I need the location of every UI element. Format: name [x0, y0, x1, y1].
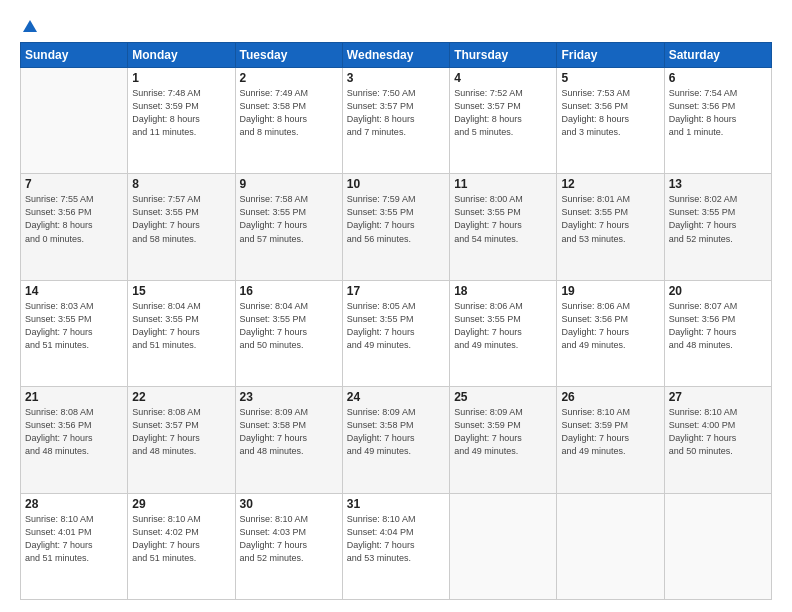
day-info: Sunrise: 7:48 AM Sunset: 3:59 PM Dayligh… [132, 87, 230, 139]
day-number: 3 [347, 71, 445, 85]
day-info: Sunrise: 8:05 AM Sunset: 3:55 PM Dayligh… [347, 300, 445, 352]
day-info: Sunrise: 8:09 AM Sunset: 3:59 PM Dayligh… [454, 406, 552, 458]
day-info: Sunrise: 7:52 AM Sunset: 3:57 PM Dayligh… [454, 87, 552, 139]
day-info: Sunrise: 8:06 AM Sunset: 3:55 PM Dayligh… [454, 300, 552, 352]
calendar-week-row: 21Sunrise: 8:08 AM Sunset: 3:56 PM Dayli… [21, 387, 772, 493]
day-number: 20 [669, 284, 767, 298]
day-number: 15 [132, 284, 230, 298]
calendar-day-20: 20Sunrise: 8:07 AM Sunset: 3:56 PM Dayli… [664, 280, 771, 386]
calendar-day-26: 26Sunrise: 8:10 AM Sunset: 3:59 PM Dayli… [557, 387, 664, 493]
day-number: 30 [240, 497, 338, 511]
day-number: 4 [454, 71, 552, 85]
svg-marker-0 [23, 20, 37, 32]
day-number: 9 [240, 177, 338, 191]
day-header-sunday: Sunday [21, 43, 128, 68]
day-info: Sunrise: 8:08 AM Sunset: 3:56 PM Dayligh… [25, 406, 123, 458]
day-info: Sunrise: 8:02 AM Sunset: 3:55 PM Dayligh… [669, 193, 767, 245]
day-number: 17 [347, 284, 445, 298]
calendar-day-13: 13Sunrise: 8:02 AM Sunset: 3:55 PM Dayli… [664, 174, 771, 280]
day-number: 31 [347, 497, 445, 511]
calendar-day-21: 21Sunrise: 8:08 AM Sunset: 3:56 PM Dayli… [21, 387, 128, 493]
day-info: Sunrise: 8:10 AM Sunset: 4:03 PM Dayligh… [240, 513, 338, 565]
day-number: 6 [669, 71, 767, 85]
day-info: Sunrise: 8:10 AM Sunset: 4:01 PM Dayligh… [25, 513, 123, 565]
day-info: Sunrise: 8:06 AM Sunset: 3:56 PM Dayligh… [561, 300, 659, 352]
calendar-day-6: 6Sunrise: 7:54 AM Sunset: 3:56 PM Daylig… [664, 68, 771, 174]
day-number: 21 [25, 390, 123, 404]
day-info: Sunrise: 7:59 AM Sunset: 3:55 PM Dayligh… [347, 193, 445, 245]
logo [20, 18, 40, 32]
day-number: 24 [347, 390, 445, 404]
day-number: 22 [132, 390, 230, 404]
calendar-day-17: 17Sunrise: 8:05 AM Sunset: 3:55 PM Dayli… [342, 280, 449, 386]
day-header-saturday: Saturday [664, 43, 771, 68]
day-info: Sunrise: 7:58 AM Sunset: 3:55 PM Dayligh… [240, 193, 338, 245]
calendar-day-28: 28Sunrise: 8:10 AM Sunset: 4:01 PM Dayli… [21, 493, 128, 599]
day-number: 1 [132, 71, 230, 85]
calendar-day-30: 30Sunrise: 8:10 AM Sunset: 4:03 PM Dayli… [235, 493, 342, 599]
logo-icon [21, 18, 39, 36]
day-header-thursday: Thursday [450, 43, 557, 68]
calendar-day-7: 7Sunrise: 7:55 AM Sunset: 3:56 PM Daylig… [21, 174, 128, 280]
page: SundayMondayTuesdayWednesdayThursdayFrid… [0, 0, 792, 612]
day-info: Sunrise: 8:09 AM Sunset: 3:58 PM Dayligh… [240, 406, 338, 458]
day-number: 28 [25, 497, 123, 511]
calendar-day-12: 12Sunrise: 8:01 AM Sunset: 3:55 PM Dayli… [557, 174, 664, 280]
calendar-week-row: 14Sunrise: 8:03 AM Sunset: 3:55 PM Dayli… [21, 280, 772, 386]
day-info: Sunrise: 7:57 AM Sunset: 3:55 PM Dayligh… [132, 193, 230, 245]
calendar-empty-cell [21, 68, 128, 174]
day-info: Sunrise: 8:10 AM Sunset: 4:04 PM Dayligh… [347, 513, 445, 565]
day-info: Sunrise: 8:00 AM Sunset: 3:55 PM Dayligh… [454, 193, 552, 245]
day-info: Sunrise: 8:10 AM Sunset: 4:02 PM Dayligh… [132, 513, 230, 565]
calendar-day-5: 5Sunrise: 7:53 AM Sunset: 3:56 PM Daylig… [557, 68, 664, 174]
day-number: 26 [561, 390, 659, 404]
day-info: Sunrise: 8:04 AM Sunset: 3:55 PM Dayligh… [240, 300, 338, 352]
calendar-day-22: 22Sunrise: 8:08 AM Sunset: 3:57 PM Dayli… [128, 387, 235, 493]
calendar-day-16: 16Sunrise: 8:04 AM Sunset: 3:55 PM Dayli… [235, 280, 342, 386]
day-info: Sunrise: 7:55 AM Sunset: 3:56 PM Dayligh… [25, 193, 123, 245]
calendar-day-31: 31Sunrise: 8:10 AM Sunset: 4:04 PM Dayli… [342, 493, 449, 599]
day-number: 5 [561, 71, 659, 85]
day-number: 7 [25, 177, 123, 191]
day-number: 25 [454, 390, 552, 404]
day-header-tuesday: Tuesday [235, 43, 342, 68]
day-info: Sunrise: 8:03 AM Sunset: 3:55 PM Dayligh… [25, 300, 123, 352]
day-header-friday: Friday [557, 43, 664, 68]
calendar-day-2: 2Sunrise: 7:49 AM Sunset: 3:58 PM Daylig… [235, 68, 342, 174]
day-number: 14 [25, 284, 123, 298]
day-number: 13 [669, 177, 767, 191]
calendar-table: SundayMondayTuesdayWednesdayThursdayFrid… [20, 42, 772, 600]
calendar-day-9: 9Sunrise: 7:58 AM Sunset: 3:55 PM Daylig… [235, 174, 342, 280]
calendar-week-row: 7Sunrise: 7:55 AM Sunset: 3:56 PM Daylig… [21, 174, 772, 280]
day-info: Sunrise: 8:07 AM Sunset: 3:56 PM Dayligh… [669, 300, 767, 352]
header [20, 18, 772, 32]
calendar-day-19: 19Sunrise: 8:06 AM Sunset: 3:56 PM Dayli… [557, 280, 664, 386]
calendar-week-row: 28Sunrise: 8:10 AM Sunset: 4:01 PM Dayli… [21, 493, 772, 599]
day-info: Sunrise: 7:54 AM Sunset: 3:56 PM Dayligh… [669, 87, 767, 139]
calendar-day-27: 27Sunrise: 8:10 AM Sunset: 4:00 PM Dayli… [664, 387, 771, 493]
day-info: Sunrise: 8:08 AM Sunset: 3:57 PM Dayligh… [132, 406, 230, 458]
day-info: Sunrise: 7:49 AM Sunset: 3:58 PM Dayligh… [240, 87, 338, 139]
calendar-header-row: SundayMondayTuesdayWednesdayThursdayFrid… [21, 43, 772, 68]
calendar-day-3: 3Sunrise: 7:50 AM Sunset: 3:57 PM Daylig… [342, 68, 449, 174]
calendar-day-29: 29Sunrise: 8:10 AM Sunset: 4:02 PM Dayli… [128, 493, 235, 599]
day-number: 10 [347, 177, 445, 191]
day-info: Sunrise: 7:50 AM Sunset: 3:57 PM Dayligh… [347, 87, 445, 139]
calendar-empty-cell [557, 493, 664, 599]
calendar-empty-cell [450, 493, 557, 599]
calendar-day-23: 23Sunrise: 8:09 AM Sunset: 3:58 PM Dayli… [235, 387, 342, 493]
calendar-day-25: 25Sunrise: 8:09 AM Sunset: 3:59 PM Dayli… [450, 387, 557, 493]
day-number: 2 [240, 71, 338, 85]
calendar-day-1: 1Sunrise: 7:48 AM Sunset: 3:59 PM Daylig… [128, 68, 235, 174]
day-header-wednesday: Wednesday [342, 43, 449, 68]
day-info: Sunrise: 7:53 AM Sunset: 3:56 PM Dayligh… [561, 87, 659, 139]
calendar-day-11: 11Sunrise: 8:00 AM Sunset: 3:55 PM Dayli… [450, 174, 557, 280]
calendar-day-15: 15Sunrise: 8:04 AM Sunset: 3:55 PM Dayli… [128, 280, 235, 386]
calendar-week-row: 1Sunrise: 7:48 AM Sunset: 3:59 PM Daylig… [21, 68, 772, 174]
day-number: 16 [240, 284, 338, 298]
day-info: Sunrise: 8:01 AM Sunset: 3:55 PM Dayligh… [561, 193, 659, 245]
calendar-day-4: 4Sunrise: 7:52 AM Sunset: 3:57 PM Daylig… [450, 68, 557, 174]
day-number: 18 [454, 284, 552, 298]
day-info: Sunrise: 8:09 AM Sunset: 3:58 PM Dayligh… [347, 406, 445, 458]
day-number: 23 [240, 390, 338, 404]
